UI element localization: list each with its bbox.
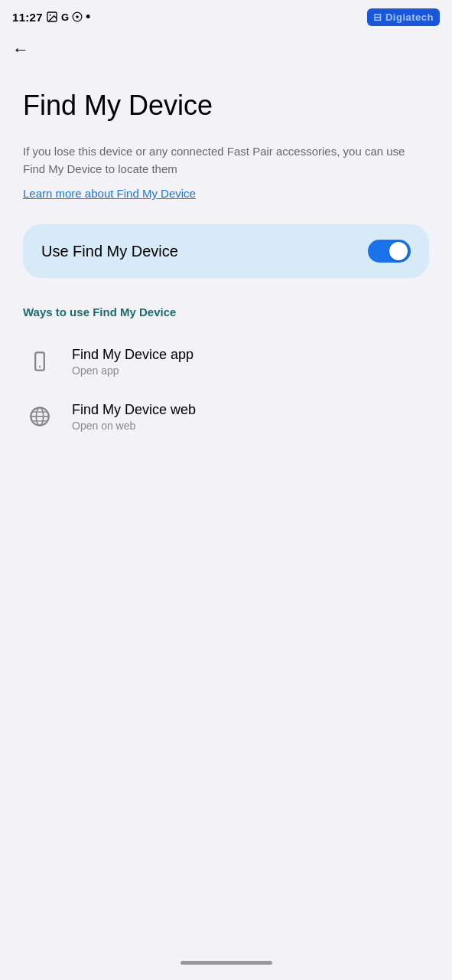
find-my-device-app-subtitle: Open app <box>72 364 193 377</box>
location-icon <box>72 11 83 22</box>
toggle-card: Use Find My Device <box>23 224 429 278</box>
toggle-label: Use Find My Device <box>41 243 178 260</box>
back-arrow-icon: ← <box>12 40 29 59</box>
find-my-device-app-title: Find My Device app <box>72 347 193 363</box>
svg-point-3 <box>76 15 79 18</box>
digiatech-logo: ⊟ Digiatech <box>373 11 434 23</box>
find-my-device-web-subtitle: Open on web <box>72 420 196 432</box>
status-left: 11:27 G • <box>12 10 90 24</box>
use-find-my-device-toggle[interactable] <box>368 240 411 263</box>
image-icon <box>46 11 58 23</box>
globe-device-icon <box>29 406 50 427</box>
section-header: Ways to use Find My Device <box>23 305 429 318</box>
bottom-nav-bar <box>180 961 272 965</box>
svg-point-1 <box>50 15 51 16</box>
find-my-device-app-text: Find My Device app Open app <box>72 347 193 377</box>
main-content: Find My Device If you lose this device o… <box>0 66 452 467</box>
toggle-knob <box>389 242 408 260</box>
learn-more-link[interactable]: Learn more about Find My Device <box>23 187 196 200</box>
page-title: Find My Device <box>23 89 429 122</box>
g-icon: G <box>61 11 69 23</box>
find-my-device-app-item[interactable]: Find My Device app Open app <box>23 334 429 389</box>
notification-dot: • <box>86 10 90 24</box>
description-text: If you lose this device or any connected… <box>23 143 429 178</box>
status-bar: 11:27 G • ⊟ Digiatech <box>0 0 452 31</box>
phone-icon <box>23 345 57 378</box>
phone-device-icon <box>29 351 50 372</box>
status-time: 11:27 <box>12 11 43 24</box>
back-button[interactable]: ← <box>0 31 452 66</box>
globe-icon <box>23 400 57 433</box>
find-my-device-web-text: Find My Device web Open on web <box>72 402 196 432</box>
find-my-device-web-item[interactable]: Find My Device web Open on web <box>23 389 429 444</box>
find-my-device-web-title: Find My Device web <box>72 402 196 418</box>
status-icons: G • <box>46 10 90 24</box>
digiatech-badge: ⊟ Digiatech <box>367 8 440 26</box>
